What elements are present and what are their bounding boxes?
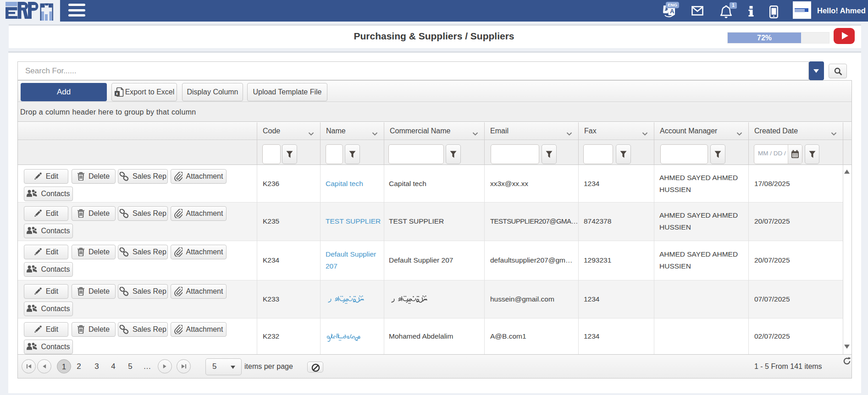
svg-text:x: x xyxy=(116,91,118,96)
svg-text:A: A xyxy=(670,8,674,15)
